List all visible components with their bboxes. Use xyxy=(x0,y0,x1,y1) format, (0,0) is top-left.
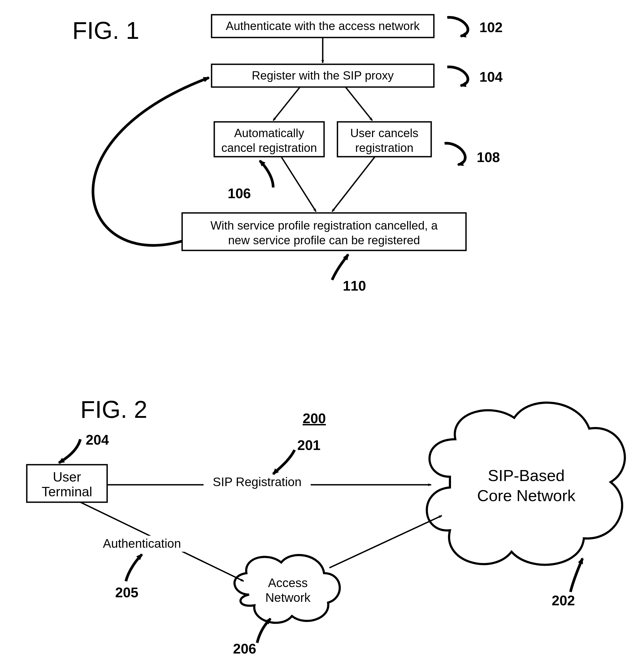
pointer-201 xyxy=(273,450,294,474)
access-network-l1: Access xyxy=(268,576,308,590)
label-202: 202 xyxy=(552,593,575,608)
arrow-108-110 xyxy=(332,157,375,212)
arrow-access-to-core xyxy=(329,516,442,568)
pointer-205 xyxy=(126,555,142,581)
box-106-l2: cancel registration xyxy=(221,141,317,154)
pointer-106 xyxy=(260,161,273,188)
access-network-l2: Network xyxy=(265,590,311,605)
label-108: 108 xyxy=(477,149,500,165)
box-110-l2: new service profile can be registered xyxy=(228,234,420,247)
label-206: 206 xyxy=(233,641,256,656)
sip-registration-text: SIP Registration xyxy=(213,475,302,489)
core-network-l1: SIP-Based xyxy=(488,467,565,484)
box-104-text: Register with the SIP proxy xyxy=(252,69,394,82)
label-204: 204 xyxy=(86,432,109,448)
fig2-sys: 200 xyxy=(303,411,326,426)
authentication-text: Authentication xyxy=(103,537,181,550)
pointer-206 xyxy=(257,619,270,643)
box-102-text: Authenticate with the access network xyxy=(226,19,420,32)
pointer-204 xyxy=(59,439,80,463)
box-110-l1: With service profile registration cancel… xyxy=(211,219,438,232)
box-108-l2: registration xyxy=(355,141,414,154)
arrow-110-loop-104 xyxy=(93,78,209,245)
arrow-106-110 xyxy=(281,157,316,212)
pointer-104 xyxy=(447,67,468,86)
label-110: 110 xyxy=(343,278,366,294)
core-network-l2: Core Network xyxy=(477,487,576,505)
fig1-title: FIG. 1 xyxy=(72,17,139,44)
label-104: 104 xyxy=(479,69,503,85)
label-102: 102 xyxy=(479,20,503,35)
pointer-102 xyxy=(447,17,468,36)
label-106: 106 xyxy=(228,186,251,201)
user-terminal-l1: User xyxy=(53,470,81,484)
arrow-104-106 xyxy=(273,87,300,121)
pointer-108 xyxy=(444,143,465,165)
box-106-l1: Automatically xyxy=(234,126,304,139)
box-108-l1: User cancels xyxy=(350,126,418,139)
label-201: 201 xyxy=(297,437,321,453)
label-205: 205 xyxy=(115,585,138,600)
fig2-title: FIG. 2 xyxy=(80,396,147,423)
arrow-104-108 xyxy=(346,87,372,121)
pointer-110 xyxy=(332,255,348,280)
user-terminal-l2: Terminal xyxy=(42,484,92,499)
diagram-canvas: FIG. 1 Authenticate with the access netw… xyxy=(0,0,635,672)
pointer-202 xyxy=(570,559,583,592)
